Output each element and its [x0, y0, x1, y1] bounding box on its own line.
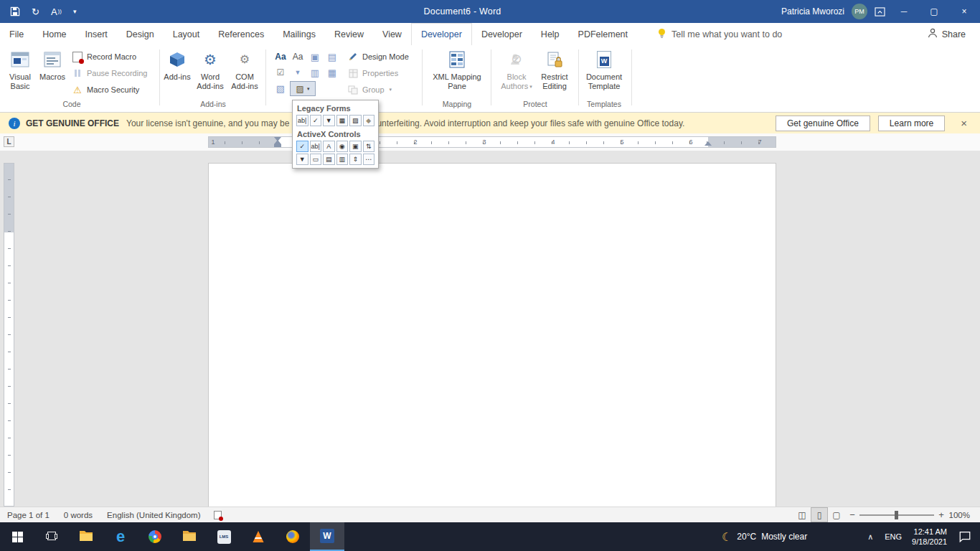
legacy-check-box-icon[interactable]: ✓: [310, 115, 322, 126]
language-indicator[interactable]: English (United Kingdom): [100, 511, 207, 519]
legacy-reset-icon[interactable]: ◆: [363, 115, 375, 126]
zoom-level[interactable]: 100%: [948, 511, 980, 519]
activex-more-controls-icon[interactable]: ⋯: [363, 154, 375, 165]
print-layout-button[interactable]: ▯: [811, 507, 828, 522]
word-count[interactable]: 0 words: [57, 511, 100, 519]
tab-developer[interactable]: Developer: [411, 23, 472, 45]
zoom-slider-thumb[interactable]: [895, 511, 898, 519]
plain-text-control-icon[interactable]: Aa: [290, 50, 306, 64]
page-indicator[interactable]: Page 1 of 1: [0, 511, 57, 519]
taskbar-file-explorer[interactable]: [69, 522, 103, 551]
read-mode-button[interactable]: ◫: [793, 507, 811, 522]
tab-design[interactable]: Design: [117, 23, 164, 45]
left-indent-marker[interactable]: [274, 144, 281, 147]
tab-mailings[interactable]: Mailings: [273, 23, 325, 45]
activex-text-box-icon[interactable]: ab|: [310, 141, 322, 152]
macros-button[interactable]: Macros: [37, 48, 67, 82]
tab-pdfelement[interactable]: PDFelement: [569, 23, 637, 45]
qat-customize-icon[interactable]: ▾: [73, 9, 77, 15]
activex-scroll-bar-icon[interactable]: ⇕: [349, 154, 362, 165]
zoom-slider[interactable]: [859, 508, 934, 522]
macro-record-status-icon[interactable]: [208, 511, 227, 519]
date-picker-control-icon[interactable]: ▦: [324, 65, 340, 80]
tab-view[interactable]: View: [373, 23, 411, 45]
activex-toggle-button-icon[interactable]: ▥: [336, 154, 349, 165]
combo-box-control-icon[interactable]: ▼: [290, 65, 306, 80]
activex-label-icon[interactable]: A: [323, 141, 335, 152]
document-page[interactable]: [208, 163, 776, 507]
tab-home[interactable]: Home: [33, 23, 75, 45]
activex-command-button-icon[interactable]: ▭: [310, 154, 322, 165]
share-button[interactable]: Share: [928, 23, 966, 45]
com-add-ins-button[interactable]: ⚙ COM Add-ins: [228, 48, 261, 91]
taskbar-lms-app[interactable]: LMS: [207, 522, 241, 551]
tab-selector[interactable]: L: [4, 136, 14, 147]
word-add-ins-button[interactable]: ⚙ Word Add-ins: [194, 48, 227, 91]
action-center-icon[interactable]: [958, 530, 971, 543]
user-name[interactable]: Patricia Mworozi: [781, 6, 844, 17]
tab-review[interactable]: Review: [325, 23, 373, 45]
banner-close-icon[interactable]: ×: [961, 117, 967, 129]
maximize-button[interactable]: ▢: [923, 6, 946, 17]
record-macro-button[interactable]: Record Macro: [72, 50, 136, 64]
taskbar-chrome[interactable]: [138, 522, 172, 551]
taskbar-folder[interactable]: [172, 522, 207, 551]
rich-text-control-icon[interactable]: Aa: [273, 50, 288, 64]
activex-list-box-icon[interactable]: ▤: [323, 154, 335, 165]
tab-layout[interactable]: Layout: [164, 23, 209, 45]
tray-language[interactable]: ENG: [885, 532, 902, 541]
legacy-combo-box-icon[interactable]: ▼: [323, 115, 335, 126]
tell-me-box[interactable]: Tell me what you want to do: [657, 23, 782, 45]
tab-help[interactable]: Help: [532, 23, 569, 45]
activex-spin-button-icon[interactable]: ⇅: [363, 141, 375, 152]
activex-check-box-icon[interactable]: ✓: [296, 141, 308, 152]
repeating-section-control-icon[interactable]: ▧: [273, 81, 288, 95]
clock[interactable]: 12:41 AM 9/18/2021: [912, 527, 947, 547]
legacy-tools-button[interactable]: ▨ ▾: [290, 81, 316, 96]
start-button[interactable]: [0, 522, 34, 551]
drop-down-list-control-icon[interactable]: ▥: [307, 65, 323, 80]
add-ins-button[interactable]: Add-ins: [164, 48, 191, 82]
web-layout-button[interactable]: ▢: [828, 507, 845, 522]
close-button[interactable]: ×: [953, 6, 976, 17]
taskbar-word[interactable]: W: [310, 522, 344, 551]
taskbar-firefox[interactable]: [275, 522, 310, 551]
picture-control-icon[interactable]: ▣: [307, 50, 323, 64]
zoom-out-button[interactable]: −: [845, 509, 859, 520]
design-mode-button[interactable]: Design Mode: [347, 50, 409, 64]
activex-image-icon[interactable]: ▣: [349, 141, 362, 152]
visual-basic-button[interactable]: Visual Basic: [4, 48, 36, 91]
save-icon[interactable]: [10, 6, 20, 17]
restrict-editing-button[interactable]: Restrict Editing: [537, 48, 573, 91]
read-aloud-icon[interactable]: A)): [51, 7, 62, 17]
macro-security-button[interactable]: ⚠ Macro Security: [72, 83, 139, 97]
vertical-ruler[interactable]: [4, 163, 14, 507]
ribbon-display-options-icon[interactable]: [875, 7, 885, 17]
legacy-text-field-icon[interactable]: ab|: [296, 115, 308, 126]
taskbar-edge[interactable]: e: [103, 522, 138, 551]
taskbar-vlc[interactable]: [241, 522, 275, 551]
repeat-icon[interactable]: ↻: [32, 7, 39, 17]
tab-references[interactable]: References: [209, 23, 273, 45]
document-template-button[interactable]: W Document Template: [583, 48, 626, 91]
tray-expand-icon[interactable]: ∧: [867, 532, 873, 542]
legacy-frame-icon[interactable]: ▦: [336, 115, 349, 126]
building-block-control-icon[interactable]: ▤: [324, 50, 340, 64]
legacy-shading-icon[interactable]: ▨: [349, 115, 362, 126]
tab-insert[interactable]: Insert: [76, 23, 117, 45]
activex-combo-box-icon[interactable]: ▼: [296, 154, 308, 165]
tab-file[interactable]: File: [0, 23, 33, 45]
check-box-control-icon[interactable]: ☑: [273, 65, 288, 80]
tab-developer-2[interactable]: Developer: [472, 23, 532, 45]
zoom-in-button[interactable]: +: [934, 509, 948, 520]
learn-more-button[interactable]: Learn more: [878, 116, 945, 131]
design-mode-icon: [347, 52, 359, 62]
activex-option-button-icon[interactable]: ◉: [336, 141, 349, 152]
xml-mapping-pane-button[interactable]: XML Mapping Pane: [430, 48, 484, 91]
task-view-button[interactable]: [34, 522, 69, 551]
weather-widget[interactable]: ☾ 20°C Mostly clear: [722, 530, 807, 544]
minimize-button[interactable]: ─: [892, 6, 915, 17]
right-indent-marker[interactable]: [705, 141, 712, 146]
get-genuine-office-button[interactable]: Get genuine Office: [776, 116, 870, 131]
avatar[interactable]: PM: [852, 4, 867, 19]
